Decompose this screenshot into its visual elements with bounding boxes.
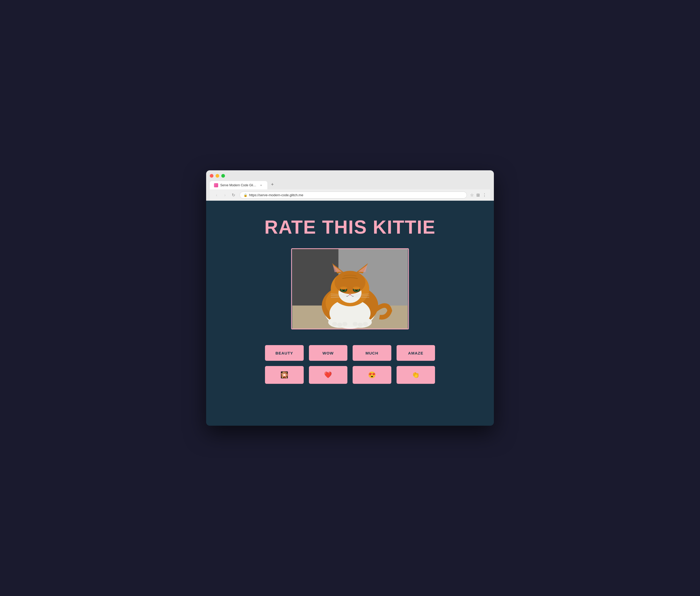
svg-point-25 — [353, 287, 360, 290]
tabs-bar: Serve Modern Code Glitch Pla × + — [210, 180, 490, 190]
svg-point-36 — [337, 323, 343, 327]
wow-button[interactable]: WOW — [309, 345, 348, 361]
amaze-button[interactable]: AMAZE — [397, 345, 435, 361]
maximize-button[interactable] — [221, 174, 225, 178]
page-title: RATE THIS KITTIE — [265, 216, 436, 238]
lock-icon: 🔒 — [244, 193, 247, 197]
svg-point-35 — [332, 322, 337, 326]
menu-icon[interactable]: ⋮ — [482, 193, 486, 198]
beauty-button[interactable]: BEAUTY — [265, 345, 304, 361]
refresh-button[interactable]: ↻ — [230, 192, 236, 198]
tab-title: Serve Modern Code Glitch Pla — [220, 183, 257, 187]
much-button[interactable]: MUCH — [353, 345, 391, 361]
clap-emoji-button[interactable]: 👏 — [397, 366, 435, 384]
page-content: RATE THIS KITTIE — [206, 201, 494, 426]
rating-buttons-grid: BEAUTY WOW MUCH AMAZE 🎇 ❤️ 😍 👏 — [265, 345, 435, 384]
svg-point-38 — [353, 322, 358, 326]
cat-image — [291, 248, 409, 329]
svg-point-40 — [363, 322, 368, 326]
url-bar[interactable]: 🔒 https://serve-modern-code.glitch.me — [240, 192, 467, 199]
toolbar-actions: ☆ ⊞ ⋮ — [470, 193, 486, 198]
new-tab-button[interactable]: + — [267, 180, 278, 190]
bookmark-icon[interactable]: ☆ — [470, 193, 474, 198]
tab-close-button[interactable]: × — [259, 183, 263, 187]
heart-emoji-button[interactable]: ❤️ — [309, 366, 348, 384]
minimize-button[interactable] — [216, 174, 219, 178]
active-tab[interactable]: Serve Modern Code Glitch Pla × — [210, 181, 267, 190]
browser-window: Serve Modern Code Glitch Pla × + ‹ › ↻ 🔒… — [206, 170, 494, 426]
svg-point-37 — [343, 322, 348, 326]
close-button[interactable] — [210, 174, 214, 178]
star-eyes-emoji-button[interactable]: 😍 — [353, 366, 391, 384]
nav-buttons: ‹ › ↻ — [214, 192, 236, 198]
svg-point-39 — [357, 323, 363, 327]
back-button[interactable]: ‹ — [214, 192, 220, 198]
traffic-lights — [210, 173, 490, 178]
svg-point-24 — [340, 287, 347, 290]
tab-favicon — [214, 183, 218, 187]
url-text: https://serve-modern-code.glitch.me — [249, 193, 303, 197]
sparkle-emoji-button[interactable]: 🎇 — [265, 366, 304, 384]
browser-chrome: Serve Modern Code Glitch Pla × + ‹ › ↻ 🔒… — [206, 170, 494, 201]
forward-button[interactable]: › — [222, 192, 228, 198]
extensions-icon[interactable]: ⊞ — [476, 193, 480, 198]
address-bar: ‹ › ↻ 🔒 https://serve-modern-code.glitch… — [210, 190, 490, 201]
svg-point-11 — [334, 271, 366, 294]
